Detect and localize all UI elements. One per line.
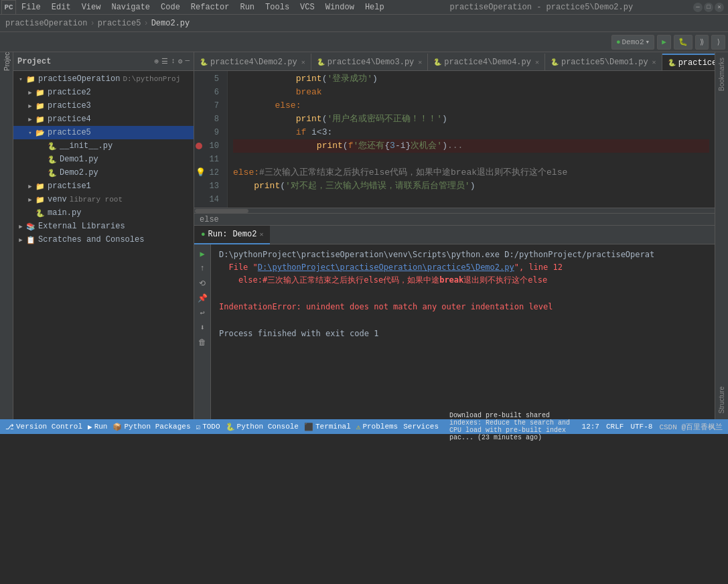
menu-view[interactable]: View [76,0,106,15]
root-folder-icon: 📁 [25,74,36,84]
menu-refactor[interactable]: Refactor [186,0,235,15]
minimize-button[interactable]: ─ [693,3,703,12]
bookmarks-label[interactable]: Bookmarks [717,55,727,94]
gear-icon[interactable]: ⚙ [178,57,183,66]
tree-practice2[interactable]: ▶ 📁 practice2 [13,86,194,99]
menu-tools[interactable]: Tools [260,0,295,15]
status-right: 12:7 CRLF UTF-8 CSDN @百里香枫兰 [582,422,723,432]
tab-close-0[interactable]: ✕ [301,58,305,66]
breadcrumb-root[interactable]: practiseOperation [5,19,87,28]
run-wrap-btn[interactable]: ↩ [196,306,209,319]
services-status[interactable]: Services [403,423,439,431]
run-tab-close[interactable]: ✕ [259,230,263,238]
tree-external-libs[interactable]: ▶ 📚 External Libraries [13,220,194,233]
tree-practice5[interactable]: ▾ 📂 practice5 [13,126,194,139]
code-line-10: print(f'您还有{3-i}次机会')... [233,139,709,153]
tab-label: practice4\Demo2.py [210,58,297,67]
run-stop-btn[interactable]: ↑ [196,262,209,275]
run-restart-btn[interactable]: ⟲ [196,277,209,290]
tab-demo2-p5[interactable]: 🐍 practice5\Demo2.py ✕ [662,54,715,70]
tree-main-py[interactable]: 🐍 main.py [13,206,194,220]
menu-file[interactable]: File [16,0,46,15]
more-run-options[interactable]: ⟩ [711,35,725,50]
structure-label[interactable]: Structure [717,384,727,417]
problems-status[interactable]: ⚠ Problems [356,423,398,431]
encoding[interactable]: UTF-8 [630,423,652,431]
code-line-14 [233,193,709,206]
tree-scratches[interactable]: ▶ 📋 Scratches and Consoles [13,233,194,246]
todo-status[interactable]: ☑ TODO [196,423,220,431]
tab-file-icon: 🐍 [433,58,441,66]
menu-vcs[interactable]: VCS [295,0,320,15]
tree-practice3[interactable]: ▶ 📁 practice3 [13,99,194,113]
run-tab-active[interactable]: ● Run: Demo2 ✕ [194,226,270,244]
h-scrollbar[interactable] [194,208,715,213]
run-status[interactable]: ▶ Run [88,423,107,431]
menu-help[interactable]: Help [360,0,390,15]
sort-icon[interactable]: ↕ [171,57,175,66]
tree-root[interactable]: ▾ 📁 practiseOperation D:\pythonProj [13,72,194,86]
run-output: D:\pythonProject\practiseOperation\venv\… [211,244,715,419]
tab-demo1-p5[interactable]: 🐍 practice5\Demo1.py ✕ [545,54,662,70]
menu-window[interactable]: Window [320,0,360,15]
gutter-6: 6 [194,86,223,99]
code-content[interactable]: print('登录成功') break else: print('用户名或密码不… [228,71,715,208]
tab-close-1[interactable]: ✕ [418,58,422,66]
python-console-status[interactable]: 🐍 Python Console [226,423,299,431]
ext-libs-label: External Libraries [38,222,125,231]
code-line-9: if i<3: [233,126,709,139]
tab-label: practice4\Demo3.py [327,58,415,67]
run-tab-label: Run: [208,230,228,239]
debug-button[interactable]: 🐛 [674,35,693,50]
demo1-label: Demo1.py [60,155,98,164]
menu-navigate[interactable]: Navigate [106,0,155,15]
main-label: main.py [48,208,81,218]
tree-demo1[interactable]: 🐍 Demo1.py [13,153,194,166]
run-pin-btn[interactable]: 📌 [196,291,209,305]
tree-init-py[interactable]: 🐍 __init__.py [13,139,194,153]
python-packages-status[interactable]: 📦 Python Packages [113,423,190,431]
bottom-panel: ● Run: Demo2 ✕ ▶ ↑ ⟲ 📌 ↩ ⬇ 🗑 [194,225,715,419]
tab-close-2[interactable]: ✕ [535,58,539,66]
tabs-bar: 🐍 practice4\Demo2.py ✕ 🐍 practice4\Demo3… [194,52,715,71]
tab-demo4-p4[interactable]: 🐍 practice4\Demo4.py ✕ [428,54,545,70]
tab-close-3[interactable]: ✕ [652,58,656,66]
tree-practice4[interactable]: ▶ 📁 practice4 [13,113,194,126]
tab-demo3-p4[interactable]: 🐍 practice4\Demo3.py ✕ [311,54,429,70]
tree-demo2[interactable]: 🐍 Demo2.py [13,166,194,179]
tab-demo2-p4[interactable]: 🐍 practice4\Demo2.py ✕ [194,54,311,70]
menu-run[interactable]: Run [234,0,260,15]
collapse-icon[interactable]: ─ [185,57,190,66]
close-button[interactable]: ✕ [715,3,724,12]
breadcrumb-file[interactable]: Demo2.py [151,19,190,28]
gutter-7: 7 [194,99,223,113]
gutter-9: 9 [194,126,223,139]
tree-venv[interactable]: ▶ 📁 venv library root [13,193,194,206]
menu-edit[interactable]: Edit [46,0,76,15]
root-path: D:\pythonProj [123,75,180,83]
vcs-status[interactable]: ⎇ Version Control [5,423,82,431]
menu-items: File Edit View Navigate Code Refactor Ru… [16,0,390,15]
run-icon: ▶ [88,423,92,431]
menu-code[interactable]: Code [155,0,186,15]
scroll-icon[interactable]: ☰ [161,57,168,66]
profile-button[interactable]: ⟫ [695,35,709,50]
project-icon[interactable]: Project [1,55,12,66]
gutter-11: 11 [194,153,223,166]
run-play-btn[interactable]: ▶ [196,247,209,261]
run-config-selector[interactable]: ● Demo2 ▾ [611,35,654,50]
app-logo: PC [1,0,16,15]
maximize-button[interactable]: □ [704,3,713,12]
run-button[interactable]: ▶ [657,35,671,50]
terminal-status[interactable]: ⬛ Terminal [304,423,351,431]
locate-icon[interactable]: ⊕ [155,57,159,66]
output-file-link[interactable]: D:\pythonProject\practiseOperation\pract… [258,263,514,272]
breadcrumb-folder[interactable]: practice5 [98,19,141,28]
project-header-icons: ⊕ ☰ ↕ ⚙ ─ [155,57,190,66]
run-tab-icon: ● [201,230,206,238]
practise1-label: practise1 [48,181,91,191]
run-scroll-btn[interactable]: ⬇ [196,321,209,334]
run-clear-btn[interactable]: 🗑 [196,336,209,349]
line-ending[interactable]: CRLF [606,423,624,431]
tree-practise1[interactable]: ▶ 📁 practise1 [13,179,194,193]
